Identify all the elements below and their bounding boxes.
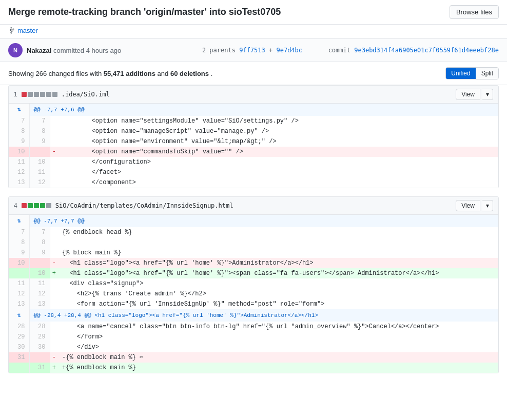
diff-sign: - (50, 352, 58, 363)
diff-file-header: 4 SiO/CoAdmin/templates/CoAdmin/InnsideS… (9, 197, 498, 215)
diff-line: 10 - <h1 class="logo"><a href="{% url 'h… (9, 258, 498, 268)
line-num-old: 10 (9, 147, 29, 157)
commit-action-text: committed (53, 47, 84, 54)
parent2-link[interactable]: 9e7d4bc (276, 47, 302, 54)
diff-sign (50, 299, 58, 309)
unified-view-button[interactable]: Unified (446, 68, 476, 79)
commit-time-value: 4 hours ago (86, 47, 122, 54)
line-num-new: 28 (29, 322, 50, 332)
line-num-old: 8 (9, 237, 29, 248)
line-num-new: 10 (29, 157, 50, 167)
line-num-new: 9 (29, 248, 50, 258)
expand-diff-button[interactable]: ▾ (482, 200, 493, 211)
line-num-old: 28 (9, 322, 29, 332)
line-code: <a name="cancel" class="btn btn-info btn… (58, 322, 498, 332)
line-code: <option name="commandsToSkip" value="" /… (58, 147, 498, 157)
split-view-button[interactable]: Split (476, 68, 498, 79)
view-toggle: Unified Split (445, 67, 499, 79)
expand-diff-button[interactable]: ▾ (482, 89, 493, 100)
line-code: </div> (58, 342, 498, 352)
line-num-new: 12 (29, 177, 50, 188)
diff-sign: - (50, 147, 58, 157)
file-number: 1 (14, 91, 17, 98)
line-num-new: 7 (29, 116, 50, 126)
diff-file-1: 1 .idea/SiO.iml View ▾ ⇅ @@ -7,7 +7,6 @@… (8, 85, 499, 188)
diff-sign (50, 342, 58, 352)
branch-icon (8, 27, 15, 34)
diff-sign (50, 289, 58, 299)
color-blocks (22, 203, 51, 208)
line-num-new: 11 (29, 167, 50, 177)
diff-line: 29 29 </form> (9, 332, 498, 342)
browse-files-button[interactable]: Browse files (450, 5, 499, 19)
diff-line: 31 - -{% endblock main %} ✂ (9, 352, 498, 363)
diff-sign (50, 177, 58, 188)
hunk-header: ⇅ @@ -7,7 +7,6 @@ (9, 104, 498, 116)
deletions-count: 60 deletions (170, 70, 209, 77)
line-num-old: 7 (9, 116, 29, 126)
file-path: SiO/CoAdmin/templates/CoAdmin/InnsideSig… (55, 202, 456, 209)
diff-sign (50, 157, 58, 167)
line-num-new: 11 (29, 278, 50, 289)
and-label: and (158, 70, 169, 77)
hunk-header-2: ⇅ @@ -28,4 +28,4 @@ <h1 class="logo"><a … (9, 309, 498, 322)
line-num-old: 10 (9, 258, 29, 268)
view-file-button[interactable]: View (456, 200, 480, 211)
hunk-info-2: @@ -28,4 +28,4 @@ <h1 class="logo"><a hr… (29, 309, 498, 322)
commit-author[interactable]: Nakazai (27, 47, 51, 54)
expand-icon-cell[interactable]: ⇅ (9, 309, 29, 322)
diff-line: 10 + <h1 class="logo"><a href="{% url 'h… (9, 268, 498, 278)
stats-bar: Showing 266 changed files with 55,471 ad… (0, 62, 507, 85)
hunk-header: ⇅ @@ -7,7 +7,7 @@ (9, 215, 498, 227)
line-num-old: 9 (9, 248, 29, 258)
diff-table: ⇅ @@ -7,7 +7,6 @@ 7 7 <option name="sett… (9, 104, 498, 188)
line-num-new (29, 352, 50, 363)
parent1-link[interactable]: 9ff7513 (239, 47, 265, 54)
commit-hash-link[interactable]: 9e3ebd314f4a6905e01c7f0559f61d4eeebf28e (354, 47, 499, 54)
diff-line: 30 30 </div> (9, 342, 498, 352)
diff-sign (50, 227, 58, 237)
expand-icon: ⇅ (17, 217, 21, 225)
file-path: .idea/SiO.iml (62, 91, 456, 98)
line-num-old (9, 268, 29, 278)
line-code: <div class="signup"> (58, 278, 498, 289)
view-file-button[interactable]: View (456, 89, 480, 100)
line-code: </component> (58, 177, 498, 188)
line-num-new (29, 147, 50, 157)
line-num-new: 8 (29, 126, 50, 136)
line-code: <option name="manageScript" value="manag… (58, 126, 498, 136)
diff-line: 10 - <option name="commandsToSkip" value… (9, 147, 498, 157)
diff-sign (50, 278, 58, 289)
line-num-new: 8 (29, 237, 50, 248)
line-code (58, 237, 498, 248)
line-num-new: 12 (29, 289, 50, 299)
commit-parents: 2 parents 9ff7513 + 9e7d4bc commit 9e3eb… (202, 47, 499, 54)
line-code: {% endblock head %} (58, 227, 498, 237)
line-num-old: 8 (9, 126, 29, 136)
diff-file-2: 4 SiO/CoAdmin/templates/CoAdmin/InnsideS… (8, 196, 499, 373)
diff-sign: + (50, 363, 58, 373)
branch-name[interactable]: master (17, 27, 38, 34)
diff-line: 31 + +{% endblock main %} (9, 363, 498, 373)
expand-icon-cell[interactable]: ⇅ (9, 104, 29, 116)
diff-line: 12 12 <h2>{% trans 'Create admin' %}</h2… (9, 289, 498, 299)
changed-files-link[interactable]: 266 changed files (36, 70, 88, 77)
diff-line: 28 28 <a name="cancel" class="btn btn-in… (9, 322, 498, 332)
diff-sign (50, 248, 58, 258)
page-title: Merge remote-tracking branch 'origin/mas… (8, 7, 281, 17)
showing-label: Showing (8, 70, 34, 77)
line-num-old: 11 (9, 157, 29, 167)
with-label: with (90, 70, 102, 77)
expand-icon-cell[interactable]: ⇅ (9, 215, 29, 227)
line-num-new: 29 (29, 332, 50, 342)
line-num-new: 13 (29, 299, 50, 309)
diff-line: 11 10 </configuration> (9, 157, 498, 167)
line-code: <h1 class="logo"><a href="{% url 'home' … (58, 268, 498, 278)
diff-line: 7 7 {% endblock head %} (9, 227, 498, 237)
line-num-old: 13 (9, 299, 29, 309)
line-num-old: 13 (9, 177, 29, 188)
line-num-old: 30 (9, 342, 29, 352)
line-num-new: 31 (29, 363, 50, 373)
line-num-new: 9 (29, 136, 50, 147)
diff-line: 8 8 (9, 237, 498, 248)
